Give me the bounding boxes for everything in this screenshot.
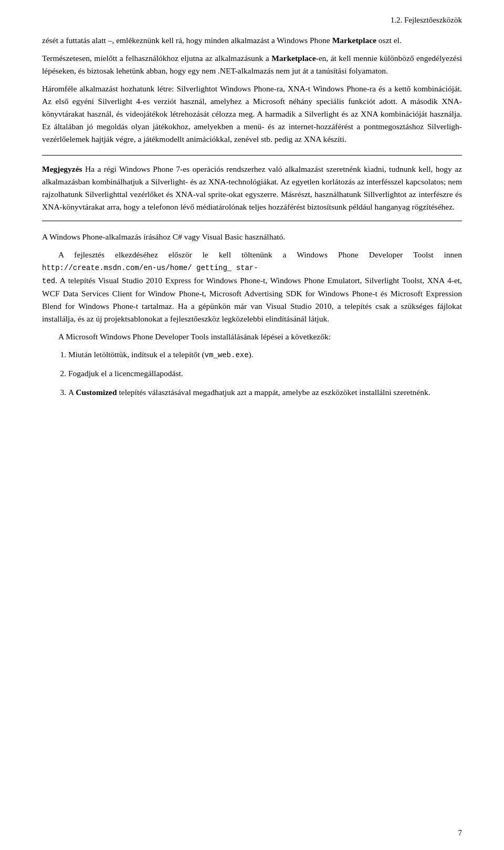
- text-p5a: A fejlesztés elkezdéséhez először le kel…: [58, 250, 462, 259]
- page-container: 1.2. Fejlesztőeszközök zését a futtatás …: [0, 0, 504, 850]
- paragraph-5: A fejlesztés elkezdéséhez először le kel…: [42, 248, 462, 325]
- note-text: Ha a régi Windows Phone 7-es operációs r…: [42, 164, 462, 211]
- paragraph-2: Természetesen, mielőtt a felhasználókhoz…: [42, 52, 462, 77]
- page-number: 7: [458, 828, 463, 837]
- list-item-3-text: A Customized telepítés választásával meg…: [68, 388, 430, 397]
- paragraph-4: A Windows Phone-alkalmazás írásához C# v…: [42, 231, 462, 243]
- list-item-1: Miután letöltöttük, indítsuk el a telepí…: [68, 348, 462, 361]
- list-item-1-text: Miután letöltöttük, indítsuk el a telepí…: [68, 350, 254, 359]
- text-p5b: . A telepítés Visual Studio 2010 Express…: [42, 276, 462, 323]
- list-item-1-mono: vm_web.exe: [205, 351, 249, 359]
- text-p2: Természetesen, mielőtt a felhasználókhoz…: [42, 54, 462, 75]
- bold-marketplace: Marketplace: [332, 36, 376, 45]
- list-item-2: Fogadjuk el a licencmegállapodást.: [68, 367, 462, 380]
- chapter-title: 1.2. Fejlesztőeszközök: [391, 16, 462, 24]
- bold-marketplace2: Marketplace: [271, 54, 316, 63]
- paragraph-1: zését a futtatás alatt –, emlékeznünk ke…: [42, 34, 462, 47]
- text-p3: Háromféle alkalmazást hozhatunk létre: S…: [42, 84, 462, 143]
- text-p1a: zését a futtatás alatt –, emlékeznünk ke…: [42, 36, 402, 45]
- main-content: zését a futtatás alatt –, emlékeznünk ke…: [42, 34, 462, 399]
- text-p4: A Windows Phone-alkalmazás írásához C# v…: [42, 232, 285, 241]
- note-paragraph: Megjegyzés Ha a régi Windows Phone 7-es …: [42, 163, 462, 213]
- note-box: Megjegyzés Ha a régi Windows Phone 7-es …: [42, 155, 462, 221]
- paragraph-3: Háromféle alkalmazást hozhatunk létre: S…: [42, 82, 462, 146]
- list-item-3: A Customized telepítés választásával meg…: [68, 386, 462, 399]
- page-header: 1.2. Fejlesztőeszközök: [42, 16, 462, 25]
- note-label: Megjegyzés: [42, 164, 82, 173]
- text-p6: A Microsoft Windows Phone Developer Tool…: [58, 332, 331, 341]
- bold-customized: Customized: [76, 388, 117, 397]
- list-item-2-text: Fogadjuk el a licencmegállapodást.: [68, 369, 183, 378]
- paragraph-6: A Microsoft Windows Phone Developer Tool…: [42, 330, 462, 343]
- install-steps-list: Miután letöltöttük, indítsuk el a telepí…: [68, 348, 462, 399]
